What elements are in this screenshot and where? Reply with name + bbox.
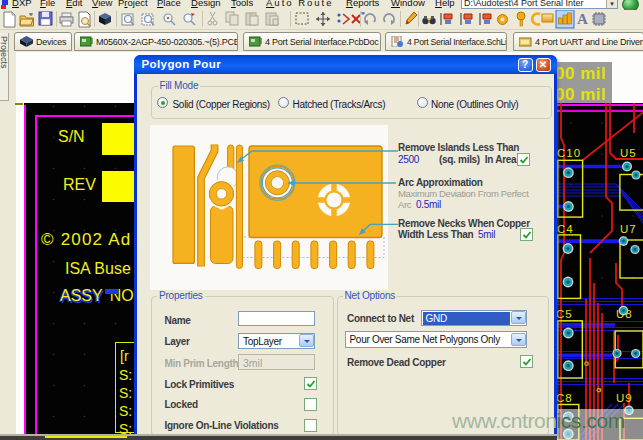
svg-text:U5: U5 — [620, 147, 637, 159]
svg-text:C4: C4 — [557, 223, 574, 235]
svg-text:A: A — [577, 11, 588, 27]
svg-text:U7: U7 — [620, 223, 637, 235]
svg-text:C8: C8 — [556, 392, 573, 404]
svg-text:U9: U9 — [616, 392, 633, 404]
svg-text:C10: C10 — [557, 147, 581, 159]
svg-text:C5: C5 — [556, 308, 573, 320]
